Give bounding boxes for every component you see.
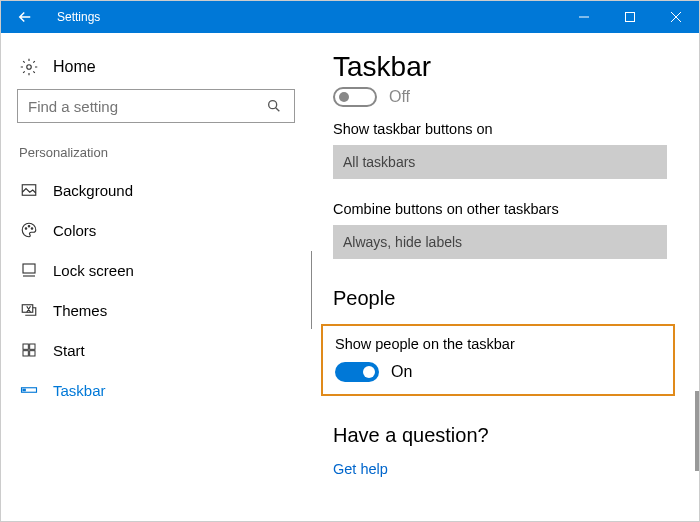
people-toggle-label: Show people on the taskbar bbox=[335, 336, 661, 352]
divider-line bbox=[311, 251, 312, 329]
svg-rect-16 bbox=[23, 351, 28, 356]
taskbar-icon bbox=[19, 380, 39, 400]
start-icon bbox=[19, 340, 39, 360]
svg-point-10 bbox=[31, 228, 33, 230]
sidebar-item-taskbar[interactable]: Taskbar bbox=[17, 370, 295, 410]
dropdown-combine[interactable]: Always, hide labels bbox=[333, 225, 667, 259]
svg-line-6 bbox=[276, 108, 280, 112]
off-toggle-partial: Off bbox=[333, 87, 667, 107]
toggle-on[interactable] bbox=[335, 362, 379, 382]
get-help-link[interactable]: Get help bbox=[333, 461, 667, 477]
sidebar-item-label: Background bbox=[53, 182, 133, 199]
themes-icon bbox=[19, 300, 39, 320]
maximize-button[interactable] bbox=[607, 1, 653, 33]
svg-point-9 bbox=[28, 226, 30, 228]
svg-rect-14 bbox=[23, 344, 28, 349]
svg-rect-1 bbox=[626, 13, 635, 22]
close-button[interactable] bbox=[653, 1, 699, 33]
sidebar-item-label: Start bbox=[53, 342, 85, 359]
search-box[interactable] bbox=[17, 89, 295, 123]
titlebar: Settings bbox=[1, 1, 699, 33]
sidebar-item-lockscreen[interactable]: Lock screen bbox=[17, 250, 295, 290]
people-toggle-row: On bbox=[335, 362, 661, 382]
gear-icon bbox=[19, 57, 39, 77]
search-icon bbox=[264, 96, 284, 116]
back-button[interactable] bbox=[1, 1, 49, 33]
sidebar-item-background[interactable]: Background bbox=[17, 170, 295, 210]
help-heading: Have a question? bbox=[333, 424, 667, 447]
picture-icon bbox=[19, 180, 39, 200]
setting-combine-buttons: Combine buttons on other taskbars Always… bbox=[333, 201, 667, 259]
svg-point-5 bbox=[269, 101, 277, 109]
main-panel: Taskbar Off Show taskbar buttons on All … bbox=[311, 51, 699, 521]
people-heading: People bbox=[333, 287, 667, 310]
toggle-off-label: Off bbox=[389, 88, 410, 106]
svg-rect-11 bbox=[23, 264, 35, 273]
palette-icon bbox=[19, 220, 39, 240]
highlight-box: Show people on the taskbar On bbox=[321, 324, 675, 396]
svg-point-4 bbox=[27, 65, 32, 70]
sidebar-item-label: Taskbar bbox=[53, 382, 106, 399]
minimize-button[interactable] bbox=[561, 1, 607, 33]
page-title: Taskbar bbox=[333, 51, 667, 83]
sidebar-item-label: Colors bbox=[53, 222, 96, 239]
section-label: Personalization bbox=[17, 145, 295, 160]
dropdown-all-taskbars[interactable]: All taskbars bbox=[333, 145, 667, 179]
arrow-left-icon bbox=[16, 8, 34, 26]
svg-rect-17 bbox=[30, 351, 35, 356]
setting-label: Combine buttons on other taskbars bbox=[333, 201, 667, 217]
sidebar: Home Personalization Background Colors L… bbox=[1, 51, 311, 521]
search-input[interactable] bbox=[28, 98, 264, 115]
home-label: Home bbox=[53, 58, 96, 76]
svg-rect-15 bbox=[30, 344, 35, 349]
svg-point-8 bbox=[25, 228, 27, 230]
window-controls bbox=[561, 1, 699, 33]
sidebar-item-colors[interactable]: Colors bbox=[17, 210, 295, 250]
sidebar-item-start[interactable]: Start bbox=[17, 330, 295, 370]
lockscreen-icon bbox=[19, 260, 39, 280]
toggle-off[interactable] bbox=[333, 87, 377, 107]
sidebar-item-themes[interactable]: Themes bbox=[17, 290, 295, 330]
sidebar-item-label: Lock screen bbox=[53, 262, 134, 279]
svg-rect-19 bbox=[23, 389, 25, 391]
sidebar-item-label: Themes bbox=[53, 302, 107, 319]
toggle-on-label: On bbox=[391, 363, 412, 381]
scrollbar[interactable] bbox=[695, 391, 699, 471]
content: Home Personalization Background Colors L… bbox=[1, 33, 699, 521]
setting-label: Show taskbar buttons on bbox=[333, 121, 667, 137]
setting-show-taskbar-buttons: Show taskbar buttons on All taskbars bbox=[333, 121, 667, 179]
home-link[interactable]: Home bbox=[17, 51, 295, 89]
window-title: Settings bbox=[49, 10, 561, 24]
